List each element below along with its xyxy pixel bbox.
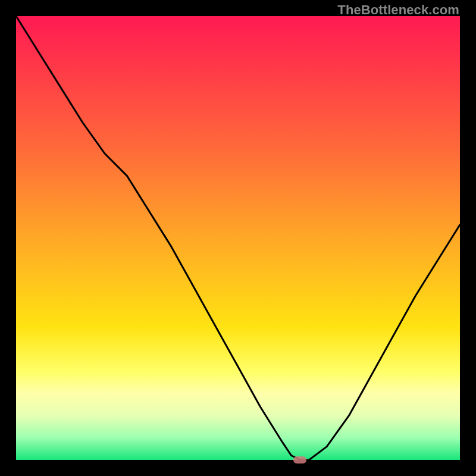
chart-frame: TheBottleneck.com [0,0,476,476]
watermark-text: TheBottleneck.com [337,2,459,18]
plot-area [16,16,460,460]
optimum-marker [293,456,306,464]
bottleneck-curve [16,16,460,460]
